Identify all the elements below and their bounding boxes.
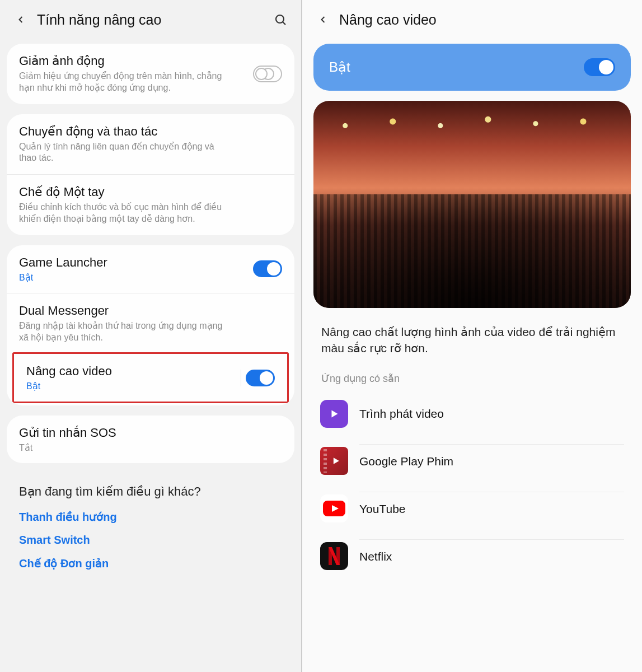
row-title: Chuyển động và thao tác (19, 124, 282, 139)
toggle-reduce-motion[interactable] (253, 66, 282, 82)
app-list: Trình phát video Google Play Phim YouTub… (302, 390, 642, 580)
master-toggle-label: Bật (329, 59, 350, 75)
row-title: Giảm ảnh động (19, 54, 282, 68)
page-title: Nâng cao video (339, 12, 631, 28)
app-row-playmovies[interactable]: Google Play Phim (315, 437, 630, 485)
row-title: Gửi tin nhắn SOS (19, 426, 282, 440)
row-status: Tắt (19, 442, 282, 453)
search-button[interactable] (271, 10, 290, 29)
row-game-launcher[interactable]: Game Launcher Bật (7, 245, 294, 293)
row-title: Game Launcher (19, 255, 282, 270)
svg-marker-3 (334, 458, 339, 464)
row-sub: Quản lý tính năng liên quan đến chuyển đ… (19, 141, 232, 165)
card-reduce-motion: Giảm ảnh động Giảm hiệu ứng chuyển động … (7, 44, 294, 104)
row-sos[interactable]: Gửi tin nhắn SOS Tắt (7, 416, 294, 463)
app-row-youtube[interactable]: YouTube (315, 485, 630, 533)
search-icon (274, 13, 287, 26)
back-button[interactable] (313, 10, 332, 29)
row-title: Dual Messenger (19, 304, 282, 318)
row-video-enhancer[interactable]: Nâng cao video Bật (14, 355, 287, 400)
page-title: Tính năng nâng cao (37, 12, 271, 28)
row-sub: Đăng nhập tài khoản thứ hai trong ứng dụ… (19, 320, 232, 344)
preview-image (313, 101, 631, 308)
row-onehand[interactable]: Chế độ Một tay Điều chỉnh kích thước và … (7, 174, 294, 235)
master-toggle[interactable] (584, 58, 615, 76)
card-motions-onehand: Chuyển động và thao tác Quản lý tính năn… (7, 114, 294, 235)
link-easy-mode[interactable]: Chế độ Đơn giản (19, 557, 282, 570)
app-row-netflix[interactable]: Netflix (315, 533, 630, 580)
header-right: Nâng cao video (302, 0, 642, 44)
netflix-icon (320, 542, 348, 570)
master-toggle-card[interactable]: Bật (313, 44, 631, 91)
description: Nâng cao chất lượng hình ảnh của video đ… (302, 318, 642, 370)
link-smart-switch[interactable]: Smart Switch (19, 534, 282, 547)
app-row-videoplayer[interactable]: Trình phát video (315, 390, 630, 437)
back-button[interactable] (11, 10, 30, 29)
toggle-video-enhancer[interactable] (246, 370, 275, 386)
card-sos: Gửi tin nhắn SOS Tắt (7, 416, 294, 463)
videoplayer-icon (320, 400, 348, 428)
card-game-dual-video: Game Launcher Bật Dual Messenger Đăng nh… (7, 245, 294, 406)
svg-point-0 (276, 15, 284, 23)
app-name: Google Play Phim (359, 455, 624, 468)
chevron-left-icon (15, 14, 26, 25)
row-title: Chế độ Một tay (19, 185, 282, 199)
card-search-more: Bạn đang tìm kiếm điều gì khác? Thanh đi… (7, 473, 294, 597)
row-reduce-motion[interactable]: Giảm ảnh động Giảm hiệu ứng chuyển động … (7, 44, 294, 104)
row-motions[interactable]: Chuyển động và thao tác Quản lý tính năn… (7, 114, 294, 175)
link-navbar[interactable]: Thanh điều hướng (19, 510, 282, 524)
row-title: Nâng cao video (26, 364, 275, 379)
app-name: Netflix (359, 550, 624, 563)
divider (241, 370, 241, 386)
app-name: Trình phát video (359, 407, 624, 421)
highlight-video-enhancer: Nâng cao video Bật (12, 352, 289, 403)
svg-marker-2 (331, 410, 338, 417)
row-status: Bật (19, 272, 282, 283)
row-dual-messenger[interactable]: Dual Messenger Đăng nhập tài khoản thứ h… (7, 293, 294, 354)
chevron-left-icon (317, 14, 329, 25)
row-sub: Giảm hiệu ứng chuyển động trên màn hình,… (19, 71, 232, 94)
playmovies-icon (320, 447, 348, 475)
svg-line-1 (283, 22, 286, 25)
header-left: Tính năng nâng cao (0, 0, 301, 44)
youtube-icon (320, 494, 348, 522)
apps-section-label: Ứng dụng có sẵn (302, 370, 642, 390)
app-name: YouTube (359, 502, 624, 516)
row-sub: Điều chỉnh kích thước và bố cục màn hình… (19, 202, 232, 225)
search-more-title: Bạn đang tìm kiếm điều gì khác? (19, 484, 282, 499)
toggle-game-launcher[interactable] (253, 260, 282, 277)
row-status: Bật (26, 381, 275, 391)
